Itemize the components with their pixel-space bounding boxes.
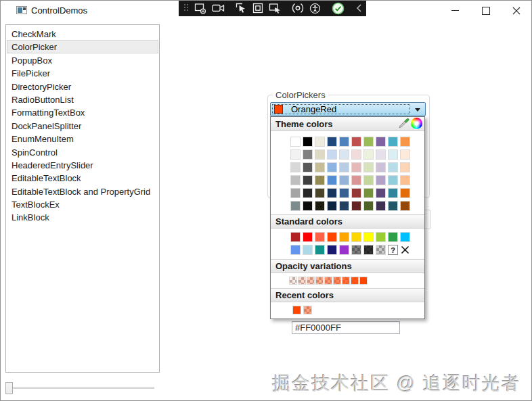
color-swatch[interactable] (351, 245, 361, 255)
color-swatch[interactable] (303, 245, 313, 255)
color-swatch[interactable] (303, 137, 313, 147)
color-swatch[interactable] (376, 188, 386, 198)
color-swatch[interactable] (339, 188, 349, 198)
color-swatch[interactable] (303, 306, 312, 314)
gear-parentheses-icon[interactable] (292, 2, 304, 14)
color-swatch[interactable] (376, 201, 386, 211)
color-swatch[interactable] (339, 232, 349, 242)
color-swatch[interactable] (290, 149, 301, 160)
color-swatch[interactable] (363, 137, 374, 147)
color-swatch[interactable] (376, 149, 386, 160)
color-swatch[interactable] (333, 277, 341, 285)
sidebar-item-popupbox[interactable]: PopupBox (7, 53, 158, 66)
color-swatch[interactable] (315, 162, 325, 172)
color-swatch[interactable] (339, 162, 349, 172)
color-swatch[interactable] (359, 277, 368, 285)
color-swatch[interactable] (303, 149, 313, 160)
chevron-down-icon[interactable] (415, 108, 420, 112)
maximize-button[interactable] (470, 1, 501, 20)
color-swatch[interactable] (290, 137, 301, 147)
color-swatch[interactable] (290, 162, 301, 172)
sidebar-item-editabletextblock-and-propertygrid[interactable]: EditableTextBlock and PropertyGrid (7, 185, 158, 197)
color-swatch[interactable] (327, 175, 337, 185)
color-swatch[interactable] (400, 188, 410, 198)
color-swatch[interactable] (363, 149, 374, 160)
color-swatch[interactable] (290, 232, 301, 242)
color-swatch[interactable] (327, 137, 337, 147)
color-swatch[interactable] (351, 188, 361, 198)
color-swatch[interactable] (327, 188, 337, 198)
window-cursor-select-icon[interactable] (269, 2, 281, 14)
color-swatch[interactable] (307, 277, 315, 285)
eyedropper-icon[interactable] (398, 118, 409, 129)
sidebar-item-dockpanelsplitter[interactable]: DockPanelSplitter (7, 119, 158, 132)
color-swatch[interactable] (400, 149, 410, 160)
color-swatch[interactable] (342, 277, 350, 285)
sidebar-item-formattingtextbox[interactable]: FormattingTextBox (7, 105, 158, 118)
color-swatch[interactable] (315, 245, 325, 255)
color-swatch[interactable] (339, 175, 349, 185)
color-swatch[interactable] (363, 245, 374, 255)
color-swatch[interactable] (290, 188, 301, 198)
color-swatch[interactable] (388, 162, 398, 172)
color-swatch[interactable] (327, 232, 337, 242)
color-swatch[interactable] (351, 232, 361, 242)
sidebar-item-linkblock[interactable]: LinkBlock (7, 210, 158, 223)
color-swatch[interactable] (339, 201, 349, 211)
color-swatch[interactable] (351, 175, 361, 185)
color-swatch[interactable] (290, 175, 301, 185)
color-swatch[interactable] (290, 201, 301, 211)
color-swatch[interactable] (376, 175, 386, 185)
sidebar-item-filepicker[interactable]: FilePicker (7, 66, 158, 79)
color-swatch[interactable] (290, 245, 301, 255)
color-swatch[interactable] (400, 232, 410, 242)
color-swatch[interactable] (400, 201, 410, 211)
undefined-color-swatch[interactable]: ? (388, 245, 398, 255)
color-swatch[interactable] (363, 232, 374, 242)
sidebar-item-radiobuttonlist[interactable]: RadioButtonList (7, 93, 158, 105)
sidebar-item-headeredentryslider[interactable]: HeaderedEntrySlider (7, 158, 158, 171)
no-color-swatch[interactable] (400, 245, 410, 255)
grip-handle[interactable] (183, 2, 189, 14)
color-swatch[interactable] (327, 149, 337, 160)
sidebar-item-directorypicker[interactable]: DirectoryPicker (7, 80, 158, 93)
confirm-check-icon[interactable] (332, 2, 345, 14)
color-wheel-icon[interactable] (411, 118, 422, 129)
color-swatch[interactable] (327, 201, 337, 211)
color-swatch[interactable] (388, 175, 398, 185)
color-swatch[interactable] (327, 162, 337, 172)
color-swatch[interactable] (376, 245, 386, 255)
color-swatch[interactable] (303, 232, 313, 242)
color-swatch[interactable] (351, 137, 361, 147)
close-button[interactable] (501, 1, 531, 20)
color-swatch[interactable] (363, 201, 374, 211)
sidebar-item-colorpicker[interactable]: ColorPicker (7, 40, 158, 53)
color-picker-combobox[interactable]: OrangeRed (270, 102, 426, 116)
color-swatch[interactable] (303, 188, 313, 198)
color-swatch[interactable] (363, 162, 374, 172)
slider-thumb[interactable] (5, 382, 13, 394)
video-camera-icon[interactable] (212, 2, 225, 14)
color-swatch[interactable] (292, 306, 301, 314)
color-swatch[interactable] (376, 232, 386, 242)
sidebar-item-spincontrol[interactable]: SpinControl (7, 145, 158, 158)
sidebar-item-editabletextblock[interactable]: EditableTextBlock (7, 171, 158, 184)
color-swatch[interactable] (400, 162, 410, 172)
color-swatch[interactable] (339, 245, 349, 255)
color-swatch[interactable] (315, 277, 324, 285)
color-swatch[interactable] (376, 162, 386, 172)
color-swatch[interactable] (303, 162, 313, 172)
color-swatch[interactable] (388, 232, 398, 242)
color-swatch[interactable] (339, 137, 349, 147)
accessibility-icon[interactable] (309, 2, 321, 14)
color-swatch[interactable] (289, 277, 297, 285)
color-swatch[interactable] (376, 137, 386, 147)
color-swatch[interactable] (351, 277, 359, 285)
color-swatch[interactable] (315, 137, 325, 147)
color-swatch[interactable] (324, 277, 332, 285)
color-swatch[interactable] (303, 175, 313, 185)
color-swatch[interactable] (388, 201, 398, 211)
color-swatch[interactable] (315, 232, 325, 242)
color-swatch[interactable] (339, 149, 349, 160)
color-swatch[interactable] (400, 175, 410, 185)
